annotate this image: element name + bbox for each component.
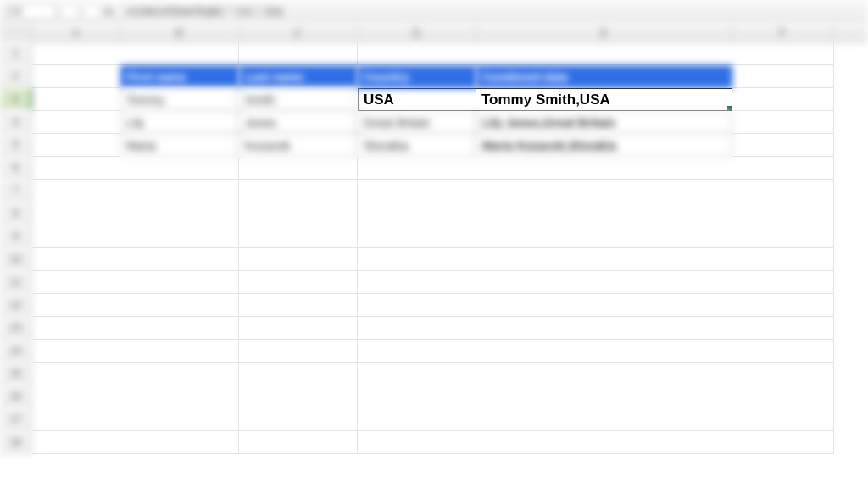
name-box[interactable]: D3: [5, 3, 56, 20]
cell[interactable]: [32, 180, 120, 202]
cell[interactable]: [732, 271, 834, 294]
cell[interactable]: [120, 202, 239, 225]
cell[interactable]: [32, 134, 120, 157]
cell[interactable]: [476, 202, 732, 225]
cell-combined[interactable]: Lily Jones,Great Britain: [476, 111, 732, 134]
row-header[interactable]: 6: [0, 157, 32, 180]
cell[interactable]: [476, 271, 732, 294]
cell[interactable]: [732, 385, 834, 408]
cell[interactable]: [239, 385, 358, 408]
cell[interactable]: [358, 248, 476, 271]
cell-last-name[interactable]: Smith: [239, 88, 358, 111]
table-header-last-name[interactable]: Last name: [239, 65, 358, 88]
cell[interactable]: [32, 271, 120, 294]
cell[interactable]: [476, 385, 732, 408]
cell[interactable]: [120, 225, 239, 248]
cell[interactable]: [358, 202, 476, 225]
row-header[interactable]: 10: [0, 248, 32, 271]
cell[interactable]: [358, 42, 476, 65]
fx-icon[interactable]: fx: [105, 6, 113, 18]
row-header[interactable]: 14: [0, 340, 32, 363]
cell[interactable]: [239, 271, 358, 294]
cell[interactable]: [32, 88, 120, 111]
row-header[interactable]: 1: [0, 42, 32, 65]
row-header[interactable]: 2: [0, 65, 32, 88]
table-header-country[interactable]: Country: [358, 65, 476, 88]
cancel-icon[interactable]: [61, 3, 78, 20]
cell[interactable]: [239, 202, 358, 225]
cell[interactable]: [476, 225, 732, 248]
row-header[interactable]: 9: [0, 225, 32, 248]
cell[interactable]: [239, 180, 358, 202]
cell[interactable]: [239, 408, 358, 431]
cell[interactable]: [120, 317, 239, 340]
cell[interactable]: [732, 248, 834, 271]
cell[interactable]: [358, 363, 476, 385]
cell[interactable]: [358, 340, 476, 363]
row-header[interactable]: 15: [0, 363, 32, 385]
col-header[interactable]: F: [732, 24, 834, 42]
cell[interactable]: [732, 340, 834, 363]
cell[interactable]: [476, 42, 732, 65]
cell[interactable]: [732, 65, 834, 88]
table-header-combined[interactable]: Combined data: [476, 65, 732, 88]
cell-country[interactable]: USA: [358, 88, 476, 111]
cell[interactable]: [239, 294, 358, 317]
cell[interactable]: [239, 42, 358, 65]
cell[interactable]: [732, 408, 834, 431]
cell-combined[interactable]: Maria Kozacek,Slovakia: [476, 134, 732, 157]
cell[interactable]: [732, 225, 834, 248]
cell[interactable]: [120, 431, 239, 454]
cell[interactable]: [732, 180, 834, 202]
cell[interactable]: [120, 248, 239, 271]
cell[interactable]: [120, 157, 239, 180]
row-header[interactable]: 13: [0, 317, 32, 340]
cell[interactable]: [358, 294, 476, 317]
cell[interactable]: [732, 157, 834, 180]
cell[interactable]: [358, 385, 476, 408]
cell[interactable]: [358, 408, 476, 431]
cell[interactable]: [32, 317, 120, 340]
cell[interactable]: [239, 248, 358, 271]
cell[interactable]: [32, 431, 120, 454]
cell-country[interactable]: Great Britain: [358, 111, 476, 134]
row-header[interactable]: 16: [0, 385, 32, 408]
row-header[interactable]: 7: [0, 180, 32, 202]
cell[interactable]: [32, 294, 120, 317]
cell[interactable]: [32, 248, 120, 271]
cell-last-name[interactable]: Jones: [239, 111, 358, 134]
col-header[interactable]: A: [32, 24, 120, 42]
cell[interactable]: [732, 363, 834, 385]
cell[interactable]: [358, 431, 476, 454]
cell[interactable]: [120, 363, 239, 385]
cell[interactable]: [732, 134, 834, 157]
cell-country[interactable]: Slovakia: [358, 134, 476, 157]
select-all-corner[interactable]: [0, 24, 32, 42]
cell[interactable]: [732, 88, 834, 111]
col-header[interactable]: C: [239, 24, 358, 42]
cell[interactable]: [732, 431, 834, 454]
cell[interactable]: [476, 294, 732, 317]
cell[interactable]: [476, 180, 732, 202]
row-header[interactable]: 17: [0, 408, 32, 431]
row-header[interactable]: 4: [0, 111, 32, 134]
row-header[interactable]: 3: [0, 88, 32, 111]
cell[interactable]: [120, 271, 239, 294]
row-header[interactable]: 18: [0, 431, 32, 454]
cell[interactable]: [358, 157, 476, 180]
cell[interactable]: [32, 157, 120, 180]
cell-combined[interactable]: Tommy Smith,USA: [476, 88, 732, 111]
cell[interactable]: [239, 363, 358, 385]
cell[interactable]: [32, 385, 120, 408]
col-header[interactable]: D: [358, 24, 476, 42]
cell[interactable]: [239, 340, 358, 363]
cell[interactable]: [120, 42, 239, 65]
cell[interactable]: [732, 317, 834, 340]
spreadsheet-grid[interactable]: 1 2 First name Last name Country Combine…: [0, 42, 868, 454]
cell[interactable]: [732, 294, 834, 317]
cell[interactable]: [732, 202, 834, 225]
cell[interactable]: [358, 271, 476, 294]
cell[interactable]: [358, 180, 476, 202]
cell[interactable]: [732, 111, 834, 134]
cell[interactable]: [476, 248, 732, 271]
